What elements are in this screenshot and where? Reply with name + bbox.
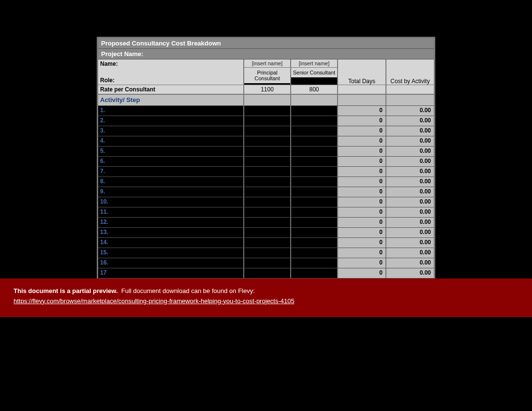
cost-by-activity-header: Cost by Activity [385,59,434,85]
days-input-b[interactable] [290,106,337,116]
cost-cell: 0.00 [385,187,434,197]
cost-cell: 0.00 [385,258,434,268]
days-input-b[interactable] [290,116,337,126]
activity-step-label: Activity/ Step [98,95,243,105]
step-label[interactable]: 14. [98,238,243,248]
step-label[interactable]: 5. [98,147,243,156]
days-input-a[interactable] [243,136,290,146]
days-input-b[interactable] [290,248,337,258]
consultant-1-name[interactable]: [insert name] [291,59,337,68]
data-row: 1700.00 [98,268,434,278]
days-input-a[interactable] [243,218,290,227]
days-input-a[interactable] [243,116,290,126]
days-input-b[interactable] [290,167,337,176]
days-input-b[interactable] [290,187,337,197]
rate-cost-blank [385,85,434,94]
days-input-b[interactable] [290,197,337,207]
data-row: 4.00.00 [98,136,434,146]
step-label[interactable]: 2. [98,116,243,126]
step-label[interactable]: 15. [98,248,243,258]
days-input-b[interactable] [290,228,337,237]
days-input-b[interactable] [290,258,337,268]
consultant-1-role: Senior Consultant [291,68,337,77]
name-role-left: Name: Role: [98,59,243,85]
step-label[interactable]: 1. [98,106,243,116]
total-days-cell: 0 [337,238,385,248]
days-input-a[interactable] [243,126,290,136]
overlay-link[interactable]: https://flevy.com/browse/marketplace/con… [14,297,295,305]
days-input-b[interactable] [290,157,337,166]
preview-overlay: This document is a partial preview. Full… [0,279,532,317]
step-label[interactable]: 7. [98,167,243,176]
step-label[interactable]: 10. [98,197,243,207]
days-input-a[interactable] [243,167,290,176]
total-days-cell: 0 [337,147,385,156]
days-input-b[interactable] [290,147,337,156]
step-label[interactable]: 17 [98,268,243,278]
days-input-b[interactable] [290,238,337,248]
consultant-1-col: [insert name] Senior Consultant [290,59,337,85]
days-input-a[interactable] [243,177,290,187]
days-input-b[interactable] [290,177,337,187]
step-label[interactable]: 9. [98,187,243,197]
data-row: 2.00.00 [98,116,434,126]
days-input-a[interactable] [243,157,290,166]
cost-cell: 0.00 [385,167,434,176]
days-input-b[interactable] [290,218,337,227]
step-label[interactable]: 16. [98,258,243,268]
data-row: 8.00.00 [98,176,434,187]
days-input-a[interactable] [243,147,290,156]
data-row: 6.00.00 [98,156,434,166]
overlay-bold-text: This document is a partial preview. [14,287,118,294]
total-days-cell: 0 [337,167,385,176]
days-input-a[interactable] [243,228,290,237]
cost-cell: 0.00 [385,106,434,116]
total-days-cell: 0 [337,116,385,126]
rate-label: Rate per Consultant [98,85,243,94]
consultant-0-rate[interactable]: 1100 [243,85,290,94]
total-days-cell: 0 [337,268,385,278]
days-input-a[interactable] [243,248,290,258]
step-label[interactable]: 12. [98,218,243,227]
cost-cell: 0.00 [385,218,434,227]
days-input-a[interactable] [243,258,290,268]
cost-cell: 0.00 [385,248,434,258]
cost-breakdown-sheet: Proposed Consultancy Cost Breakdown Proj… [97,37,435,290]
activity-header-row: Activity/ Step [98,94,434,105]
total-days-cell: 0 [337,136,385,146]
data-row: 3.00.00 [98,126,434,136]
step-label[interactable]: 13. [98,228,243,237]
days-input-b[interactable] [290,136,337,146]
days-input-a[interactable] [243,197,290,207]
data-row: 1.00.00 [98,105,434,116]
data-row: 9.00.00 [98,187,434,197]
days-input-a[interactable] [243,238,290,248]
step-label[interactable]: 8. [98,177,243,187]
cost-cell: 0.00 [385,136,434,146]
name-label: Name: [100,60,241,67]
consultant-0-name[interactable]: [insert name] [244,59,290,68]
project-name-label: Project Name: [98,49,434,59]
days-input-a[interactable] [243,106,290,116]
days-input-a[interactable] [243,268,290,278]
days-input-b[interactable] [290,207,337,217]
step-label[interactable]: 11. [98,207,243,217]
activity-col-b-blank [290,95,337,105]
days-input-b[interactable] [290,126,337,136]
step-label[interactable]: 3. [98,126,243,136]
cost-cell: 0.00 [385,126,434,136]
cost-cell: 0.00 [385,197,434,207]
days-input-a[interactable] [243,187,290,197]
total-days-header: Total Days [337,59,385,85]
days-input-a[interactable] [243,207,290,217]
cost-cell: 0.00 [385,268,434,278]
total-days-cell: 0 [337,157,385,166]
step-label[interactable]: 6. [98,157,243,166]
consultant-1-rate[interactable]: 800 [290,85,337,94]
overlay-rest-text: Full document download can be found on F… [121,287,255,294]
role-label: Role: [100,77,241,84]
days-input-b[interactable] [290,268,337,278]
data-row: 13.00.00 [98,227,434,237]
step-label[interactable]: 4. [98,136,243,146]
sheet-title: Proposed Consultancy Cost Breakdown [98,38,434,49]
